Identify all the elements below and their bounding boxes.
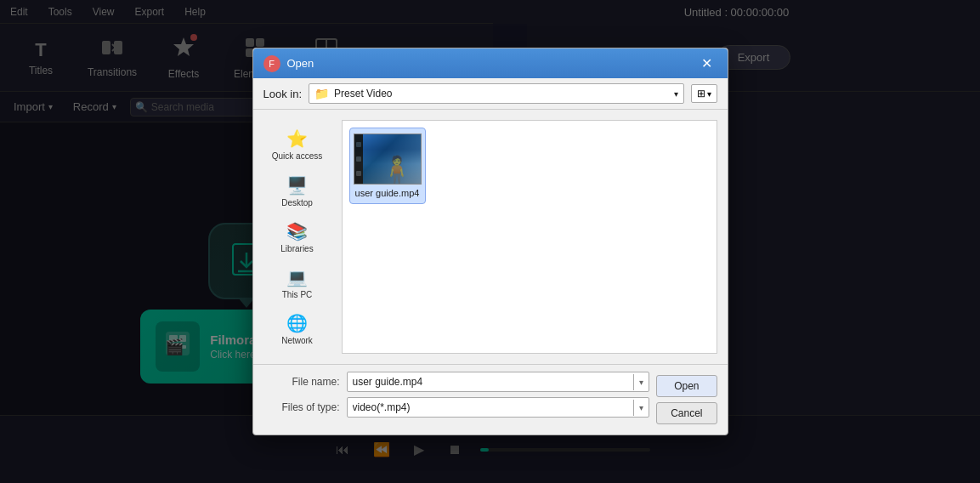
dialog-overlay: F Open ✕ Look in: 📁 Preset Video ▾ ⊞ ▾	[0, 0, 980, 483]
dialog-app-icon: F	[263, 55, 280, 72]
sidebar-nav-quick-access[interactable]: ⭐ Quick access	[263, 123, 331, 167]
file-name-label: File name:	[263, 376, 340, 388]
folder-icon: 📁	[314, 87, 329, 100]
dialog-titlebar: F Open ✕	[253, 48, 728, 78]
dialog-body: ⭐ Quick access 🖥️ Desktop 📚 Libraries 💻 …	[253, 110, 728, 364]
sidebar-nav-desktop[interactable]: 🖥️ Desktop	[263, 170, 331, 213]
view-dropdown-icon: ▾	[707, 89, 711, 99]
look-in-select[interactable]: 📁 Preset Video ▾	[309, 83, 683, 104]
file-name-input[interactable]	[348, 372, 634, 391]
file-name-dropdown[interactable]: ▾	[633, 374, 649, 390]
libraries-icon: 📚	[286, 221, 308, 242]
sidebar-nav-libraries[interactable]: 📚 Libraries	[263, 216, 331, 259]
look-in-value: Preset Video	[329, 88, 673, 99]
this-pc-icon: 💻	[286, 267, 308, 287]
files-of-type-row: Files of type: ▾	[263, 397, 650, 418]
network-label: Network	[281, 336, 313, 345]
sidebar-nav-this-pc[interactable]: 💻 This PC	[263, 262, 331, 304]
files-of-type-input-wrapper: ▾	[347, 397, 650, 418]
file-name-row: File name: ▾	[263, 372, 650, 392]
view-button[interactable]: ⊞ ▾	[691, 84, 717, 103]
files-of-type-dropdown[interactable]: ▾	[633, 400, 649, 416]
file-name: user guide.mp4	[355, 188, 420, 198]
files-of-type-input[interactable]	[348, 398, 634, 417]
files-of-type-label: Files of type:	[263, 401, 340, 413]
file-name-input-wrapper: ▾	[347, 372, 650, 392]
quick-access-icon: ⭐	[286, 128, 308, 149]
dialog-sidebar: ⭐ Quick access 🖥️ Desktop 📚 Libraries 💻 …	[263, 120, 331, 354]
file-item-user-guide[interactable]: 🧍 user guide.mp4	[349, 128, 426, 204]
libraries-label: Libraries	[280, 244, 313, 253]
quick-access-label: Quick access	[272, 151, 322, 162]
this-pc-label: This PC	[282, 290, 313, 299]
dialog-close-button[interactable]: ✕	[696, 54, 717, 73]
dialog-bottom: File name: ▾ Files of type: ▾	[253, 364, 728, 435]
dialog-action-buttons: Open Cancel	[656, 372, 717, 428]
dialog-title-left: F Open	[263, 55, 314, 72]
file-thumbnail: 🧍	[354, 134, 422, 185]
open-button[interactable]: Open	[656, 375, 717, 397]
dialog-files[interactable]: 🧍 user guide.mp4	[342, 120, 717, 354]
look-in-label: Look in:	[263, 88, 303, 100]
desktop-icon: 🖥️	[286, 175, 308, 196]
look-in-dropdown-icon: ▾	[674, 89, 678, 99]
view-icon: ⊞	[697, 88, 705, 99]
cancel-button[interactable]: Cancel	[656, 402, 717, 424]
desktop-label: Desktop	[281, 198, 313, 207]
sidebar-nav-network[interactable]: 🌐 Network	[263, 308, 331, 350]
open-dialog: F Open ✕ Look in: 📁 Preset Video ▾ ⊞ ▾	[252, 48, 728, 435]
look-in-bar: Look in: 📁 Preset Video ▾ ⊞ ▾	[253, 78, 728, 110]
dialog-title-text: Open	[287, 57, 314, 70]
network-icon: 🌐	[286, 313, 308, 333]
